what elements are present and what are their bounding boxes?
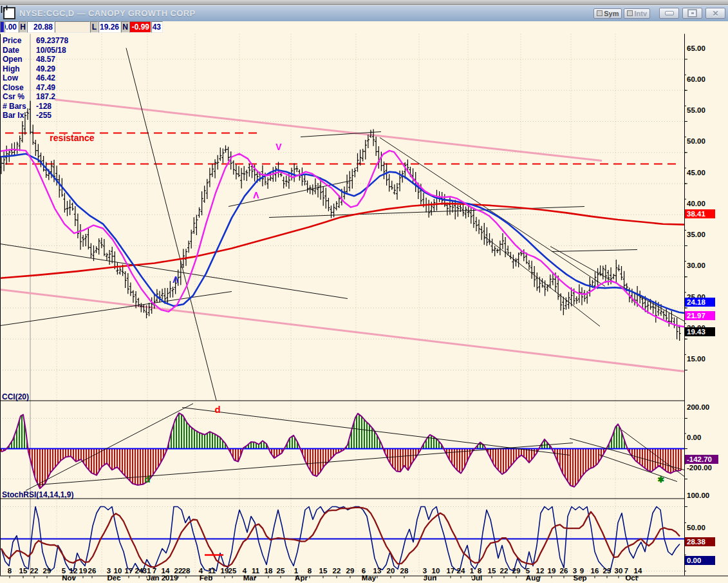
intv-button[interactable]: Intv	[624, 8, 650, 19]
cci-trendline-3	[570, 439, 684, 470]
cci-envelope-line	[1, 413, 681, 488]
cci-annotation-1: d	[144, 473, 150, 484]
cci-annotation-0: d	[214, 404, 220, 415]
window-title: NYSE:CGC,D — CANOPY GROWTH CORP	[19, 8, 592, 18]
main-annotation-3: Λ	[173, 274, 178, 285]
close-icon: ✕	[712, 10, 718, 17]
cci-pane-label: CCI(20)	[2, 392, 29, 401]
stoch-d-line	[1, 508, 680, 567]
stochrsi-pane-label: StochRSI(14,14,1,9)	[2, 490, 73, 499]
chart-window: NYSE:CGC,D — CANOPY GROWTH CORP Sym Intv…	[0, 0, 728, 583]
close-button[interactable]: ✕	[705, 8, 725, 19]
main-trendline-2	[0, 292, 232, 326]
cci-annotation-2: ✱	[658, 475, 665, 484]
quote-net-label: N	[121, 21, 129, 33]
main-trendline-1	[0, 244, 348, 299]
axis-ticks-layer	[10, 59, 687, 578]
chart-canvas[interactable]	[0, 21, 728, 583]
main-trendline-9	[552, 250, 637, 252]
intv-button-icon	[627, 10, 633, 16]
outer-frame-strip	[0, 0, 728, 5]
trend-channel-line-0	[55, 100, 602, 161]
ohlc-bars-layer	[0, 101, 681, 341]
quote-last-value: .43	[151, 21, 163, 33]
quote-high-label: H	[19, 21, 27, 33]
main-trendline-0	[126, 48, 216, 401]
main-trendline-7	[484, 236, 600, 327]
sym-button-icon	[597, 10, 602, 16]
quote-color-chip	[0, 21, 5, 33]
maximize-button[interactable]	[682, 8, 702, 19]
maximize-icon	[687, 9, 697, 17]
chart-area[interactable]	[0, 21, 728, 583]
main-annotation-0: resistance	[50, 133, 94, 143]
candlestick-chart-icon[interactable]	[3, 7, 15, 19]
minimize-button[interactable]	[659, 8, 679, 19]
main-trendline-6	[269, 207, 584, 218]
quote-open-value: 0.00	[5, 21, 19, 33]
sym-button-label: Sym	[604, 10, 619, 17]
quote-strip: 0.00 H 20.88 L 19.26 N -0.99 .43	[0, 21, 163, 34]
quote-net-value: -0.99	[129, 21, 151, 33]
quote-low-value: 19.26	[98, 21, 121, 33]
quote-high-value: 20.88	[27, 21, 55, 33]
main-annotation-1: V	[275, 142, 281, 152]
main-annotation-2: Λ	[253, 190, 259, 200]
quote-spacer-box	[55, 21, 90, 33]
window-titlebar[interactable]: NYSE:CGC,D — CANOPY GROWTH CORP Sym Intv…	[0, 5, 728, 21]
minimize-icon	[665, 11, 674, 15]
sym-button[interactable]: Sym	[593, 8, 622, 19]
quote-low-label: L	[90, 21, 98, 33]
intv-button-label: Intv	[634, 10, 647, 17]
